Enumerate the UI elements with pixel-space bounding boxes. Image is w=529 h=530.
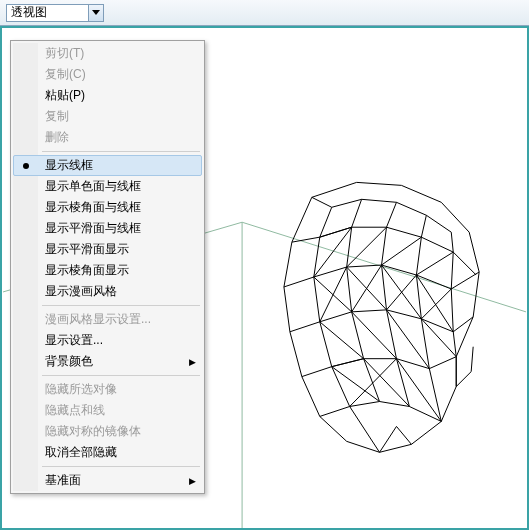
menu-item[interactable]: 显示棱角面显示 (13, 260, 202, 281)
menu-item: 漫画风格显示设置... (13, 309, 202, 330)
menu-item[interactable]: 显示棱角面与线框 (13, 197, 202, 218)
submenu-arrow-icon: ▶ (189, 357, 196, 367)
menu-separator (42, 151, 200, 152)
menu-item-label: 基准面 (45, 472, 81, 489)
menu-item-label: 漫画风格显示设置... (45, 311, 151, 328)
menu-item-label: 隐藏点和线 (45, 402, 105, 419)
menu-item-label: 粘贴(P) (45, 87, 85, 104)
menu-item-label: 显示线框 (45, 157, 93, 174)
menu-item-label: 显示平滑面显示 (45, 241, 129, 258)
menu-item[interactable]: 显示漫画风格 (13, 281, 202, 302)
menu-item: 复制(C) (13, 64, 202, 85)
menu-item: 隐藏所选对像 (13, 379, 202, 400)
dropdown-toggle[interactable] (88, 5, 103, 21)
menu-item[interactable]: 背景颜色▶ (13, 351, 202, 372)
menu-item-label: 复制 (45, 108, 69, 125)
menu-item: 复制 (13, 106, 202, 127)
menu-item[interactable]: 显示平滑面与线框 (13, 218, 202, 239)
menu-item: 隐藏点和线 (13, 400, 202, 421)
menu-item: 剪切(T) (13, 43, 202, 64)
submenu-arrow-icon: ▶ (189, 476, 196, 486)
menu-separator (42, 466, 200, 467)
menu-item-label: 显示设置... (45, 332, 103, 349)
menu-item[interactable]: 粘贴(P) (13, 85, 202, 106)
menu-item-label: 显示棱角面与线框 (45, 199, 141, 216)
menu-item: 删除 (13, 127, 202, 148)
menu-item-label: 删除 (45, 129, 69, 146)
check-bullet-icon (23, 163, 29, 169)
viewport-context-menu: 剪切(T)复制(C)粘贴(P)复制删除显示线框显示单色面与线框显示棱角面与线框显… (10, 40, 205, 494)
view-mode-dropdown[interactable]: 透视图 (6, 4, 104, 22)
menu-item-label: 背景颜色 (45, 353, 93, 370)
menu-item[interactable]: 显示单色面与线框 (13, 176, 202, 197)
menu-item: 隐藏对称的镜像体 (13, 421, 202, 442)
titlebar: 透视图 (0, 0, 529, 26)
menu-item[interactable]: 显示设置... (13, 330, 202, 351)
menu-item-label: 剪切(T) (45, 45, 84, 62)
menu-item-label: 显示平滑面与线框 (45, 220, 141, 237)
menu-item[interactable]: 取消全部隐藏 (13, 442, 202, 463)
menu-item[interactable]: 基准面▶ (13, 470, 202, 491)
chevron-down-icon (92, 10, 100, 15)
menu-item-label: 显示漫画风格 (45, 283, 117, 300)
menu-item-label: 隐藏所选对像 (45, 381, 117, 398)
menu-separator (42, 375, 200, 376)
menu-item-label: 取消全部隐藏 (45, 444, 117, 461)
menu-separator (42, 305, 200, 306)
menu-item-label: 显示棱角面显示 (45, 262, 129, 279)
menu-item-label: 隐藏对称的镜像体 (45, 423, 141, 440)
svg-line-1 (242, 222, 526, 312)
menu-item-label: 复制(C) (45, 66, 86, 83)
menu-item[interactable]: 显示线框 (13, 155, 202, 176)
menu-item[interactable]: 显示平滑面显示 (13, 239, 202, 260)
menu-item-label: 显示单色面与线框 (45, 178, 141, 195)
view-mode-label: 透视图 (11, 4, 47, 21)
